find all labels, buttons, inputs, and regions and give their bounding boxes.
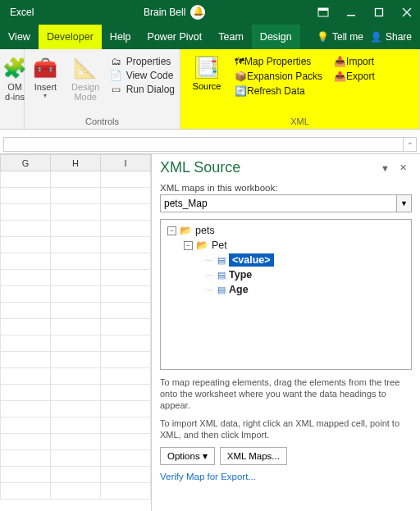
tab-view[interactable]: View <box>0 25 39 49</box>
import-button[interactable]: 📥Import <box>334 56 375 67</box>
element-icon: ▤ <box>217 285 226 295</box>
formula-expand-icon[interactable]: ⌄ <box>403 138 416 151</box>
notification-bell-icon[interactable] <box>190 5 205 20</box>
col-header-h[interactable]: H <box>51 155 101 171</box>
refresh-data-button[interactable]: 🔄Refresh Data <box>235 85 322 97</box>
xml-maps-button[interactable]: XML Maps... <box>220 447 287 465</box>
expansion-icon: 📦 <box>235 71 247 82</box>
map-properties-icon: 🗺 <box>235 56 244 67</box>
share-button[interactable]: 👤 Share <box>370 31 412 43</box>
tab-developer[interactable]: Developer <box>39 25 102 49</box>
xml-tree[interactable]: − 📂 pets − 📂 Pet ⋯ ▤ <value> ⋯ ▤ Type ⋯ <box>160 219 412 370</box>
pane-title: XML Source <box>160 159 376 176</box>
collapse-icon[interactable]: − <box>167 226 176 235</box>
lightbulb-icon: 💡 <box>317 31 329 43</box>
tell-me[interactable]: 💡 Tell me <box>317 31 363 43</box>
tab-power-pivot[interactable]: Power Pivot <box>139 25 211 49</box>
tree-node-age[interactable]: Age <box>229 284 249 295</box>
tab-help[interactable]: Help <box>102 25 139 49</box>
run-dialog-button[interactable]: ▭Run Dialog <box>110 84 175 95</box>
folder-icon: 📂 <box>180 225 192 236</box>
com-addins-button[interactable]: 🧩 OMd-ins <box>5 52 25 102</box>
xml-group-label: XML <box>185 116 414 127</box>
worksheet-grid[interactable]: G H I <box>0 154 152 511</box>
formula-input[interactable]: ⌄ <box>3 137 417 152</box>
user-name: Brain Bell <box>144 7 185 18</box>
element-icon: ▤ <box>217 270 226 281</box>
refresh-icon: 🔄 <box>235 85 247 97</box>
tab-design[interactable]: Design <box>252 25 300 49</box>
hint-import: To import XML data, right click an XML m… <box>160 417 412 440</box>
folder-icon: 📂 <box>196 240 208 251</box>
code-icon: 📄 <box>110 70 123 81</box>
design-mode-button[interactable]: 📐 Design Mode <box>70 52 102 102</box>
tree-root[interactable]: pets <box>195 225 215 236</box>
import-icon: 📥 <box>334 56 346 67</box>
map-select-dropdown[interactable]: ▼ <box>397 194 412 212</box>
ribbon: 🧩 OMd-ins 🧰 Insert ▾ 📐 Design Mode 🗂Prop… <box>0 49 420 130</box>
close-button[interactable] <box>399 4 415 21</box>
insert-control-button[interactable]: 🧰 Insert ▾ <box>30 52 62 99</box>
pane-options-icon[interactable]: ▼ <box>376 163 395 173</box>
view-code-button[interactable]: 📄View Code <box>110 70 175 81</box>
controls-group-label: Controls <box>30 116 175 127</box>
dialog-icon: ▭ <box>110 84 123 95</box>
xml-source-button[interactable]: 📑 Source <box>185 52 228 91</box>
pane-close-icon[interactable]: ✕ <box>395 162 412 173</box>
tree-node-value[interactable]: <value> <box>229 253 274 267</box>
col-header-g[interactable]: G <box>1 155 51 171</box>
design-mode-icon: 📐 <box>73 56 98 80</box>
maximize-button[interactable] <box>371 4 387 21</box>
hint-map: To map repeating elements, drag the elem… <box>160 376 412 411</box>
properties-button[interactable]: 🗂Properties <box>110 56 175 67</box>
ribbon-tabs: View Developer Help Power Pivot Team Des… <box>0 25 420 49</box>
svg-rect-3 <box>376 9 383 16</box>
expansion-packs-button[interactable]: 📦Expansion Packs <box>235 71 322 82</box>
share-icon: 👤 <box>370 31 382 43</box>
properties-icon: 🗂 <box>110 56 123 67</box>
tree-node-type[interactable]: Type <box>229 269 252 281</box>
export-button[interactable]: 📤Export <box>334 71 375 82</box>
tab-team[interactable]: Team <box>210 25 252 49</box>
svg-rect-2 <box>347 15 355 16</box>
svg-rect-1 <box>318 8 328 11</box>
chevron-down-icon: ▾ <box>43 92 47 99</box>
minimize-button[interactable] <box>343 4 359 21</box>
map-properties-button[interactable]: 🗺Map Properties <box>235 56 322 67</box>
maps-label: XML maps in this workbook: <box>160 183 412 193</box>
ribbon-display-icon[interactable] <box>315 4 331 21</box>
addins-icon: 🧩 <box>2 56 27 80</box>
collapse-icon[interactable]: − <box>184 241 193 250</box>
export-icon: 📤 <box>334 71 346 82</box>
options-button[interactable]: Options ▾ <box>160 447 215 465</box>
col-header-i[interactable]: I <box>101 155 151 171</box>
verify-map-link[interactable]: Verify Map for Export... <box>160 472 412 481</box>
xml-source-pane: XML Source ▼ ✕ XML maps in this workbook… <box>152 154 420 511</box>
title-bar: Excel Brain Bell <box>0 0 420 25</box>
formula-bar: ⌄ <box>0 135 420 154</box>
map-select-input[interactable] <box>160 194 397 212</box>
source-icon: 📑 <box>195 56 218 79</box>
app-name: Excel <box>10 7 34 18</box>
element-icon: ▤ <box>217 255 226 266</box>
tree-node-pet[interactable]: Pet <box>212 240 227 251</box>
insert-icon: 🧰 <box>33 56 57 80</box>
